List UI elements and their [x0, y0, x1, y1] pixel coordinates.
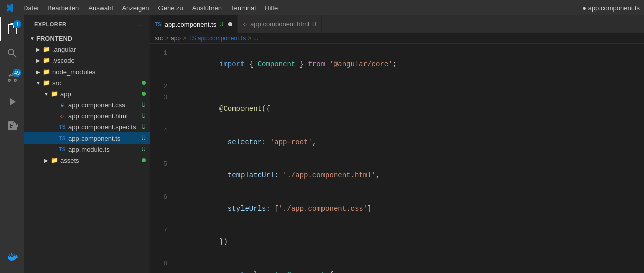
code-line-7: 7 }) [150, 225, 644, 258]
token-export: export [219, 271, 245, 273]
token-app-root: 'app-root' [270, 138, 312, 146]
token-colon4: : [262, 138, 270, 146]
token-space3 [325, 60, 329, 69]
tab-badge-ts-u: U [219, 21, 223, 27]
tree-label-node-modules: node_modules [52, 68, 146, 76]
activity-search[interactable] [0, 41, 24, 65]
menu-ausfuehren[interactable]: Ausführen [188, 3, 226, 13]
line-number-4: 4 [150, 125, 175, 136]
tree-label-app-css: app.component.css [68, 101, 139, 109]
sidebar-more-actions[interactable]: ... [138, 20, 144, 28]
tree-item-app-ts[interactable]: ▶ TS app.component.ts U [24, 132, 150, 144]
file-icon-css: # [58, 101, 66, 109]
folder-icon-src: 📁 [42, 79, 50, 87]
tree-arrow-node-modules: ▶ [34, 67, 42, 76]
token-import: import [219, 60, 245, 69]
token-class: class [249, 271, 270, 273]
tree-dot-app [142, 92, 146, 96]
breadcrumb: src > app > TS app.component.ts > ... [150, 33, 644, 44]
tree-arrow-angular: ▶ [34, 45, 42, 53]
tree-label-frontend: FRONTEND [36, 35, 146, 42]
activity-run-debug[interactable] [0, 90, 24, 114]
folder-icon-angular: 📁 [42, 45, 50, 53]
menu-datei[interactable]: Datei [19, 3, 42, 13]
line-number-2: 2 [150, 81, 175, 92]
tab-label-html: app.component.html [250, 20, 309, 28]
code-line-8: 8 export class AppComponent { [150, 258, 644, 273]
sidebar: EXPLORER ... ▼ FRONTEND ▶ 📁 .angular ▶ 📁… [24, 15, 150, 273]
token-appcomponent: AppComponent [274, 271, 325, 273]
tree-arrow-app: ▼ [42, 90, 50, 98]
tree-item-app-html[interactable]: ▶ ◇ app.component.html U [24, 110, 150, 121]
tab-badge-html-u: U [312, 21, 316, 27]
breadcrumb-file[interactable]: TS app.component.ts [188, 35, 246, 42]
token-open-paren: ({ [262, 105, 270, 113]
tree-item-app-spec[interactable]: ▶ TS app.component.spec.ts U [24, 121, 150, 132]
tree-badge-app-css: U [141, 101, 146, 108]
menu-hilfe[interactable]: Hilfe [261, 3, 282, 13]
tab-app-component-ts[interactable]: TS app.component.ts U [150, 15, 238, 33]
token-styleurls: styleUrls [228, 204, 266, 213]
token-close7: }) [219, 238, 228, 246]
breadcrumb-sep2: > [183, 35, 186, 42]
tree-item-src[interactable]: ▼ 📁 src [24, 77, 150, 88]
breadcrumb-sep3: > [248, 35, 251, 42]
token-component: Component [258, 60, 296, 69]
run-debug-icon [6, 96, 18, 108]
tree-label-app-ts: app.component.ts [68, 134, 139, 142]
token-colon6a: : [ [266, 204, 278, 213]
file-icon-spec-ts: TS [58, 123, 66, 131]
folder-icon-app: 📁 [50, 90, 58, 98]
tree-item-node-modules[interactable]: ▶ 📁 node_modules [24, 66, 150, 77]
sidebar-content: ▼ FRONTEND ▶ 📁 .angular ▶ 📁 .vscode ▶ 📁 … [24, 33, 150, 273]
tree-item-app-module[interactable]: ▶ TS app.module.ts U [24, 144, 150, 155]
breadcrumb-src[interactable]: src [155, 35, 163, 42]
docker-icon [6, 251, 18, 263]
tree-badge-app-spec: U [141, 123, 146, 130]
tree-item-app[interactable]: ▼ 📁 app [24, 88, 150, 99]
token-templateurl: templateUrl [228, 171, 274, 179]
tree-item-app-css[interactable]: ▶ # app.component.css U [24, 99, 150, 110]
tree-item-vscode[interactable]: ▶ 📁 .vscode [24, 55, 150, 66]
token-selector: selector [228, 138, 262, 146]
code-editor[interactable]: 1 import { Component } from '@angular/co… [150, 44, 644, 273]
token-indent5 [219, 171, 228, 179]
activity-explorer[interactable]: 1 [0, 17, 24, 41]
tree-dot-src [142, 81, 146, 85]
menu-anzeigen[interactable]: Anzeigen [118, 3, 153, 13]
tab-unsaved-dot [228, 22, 232, 26]
tab-app-component-html[interactable]: ◇ app.component.html U [238, 15, 322, 33]
breadcrumb-sep1: > [165, 35, 169, 42]
line-content-2 [175, 81, 644, 92]
menu-auswahl[interactable]: Auswahl [84, 3, 117, 13]
tree-label-app-module: app.module.ts [68, 146, 139, 153]
tree-item-assets[interactable]: ▶ 📁 assets [24, 155, 150, 166]
file-icon-app-module: TS [58, 145, 66, 153]
line-number-7: 7 [150, 225, 175, 236]
line-content-6: styleUrls: ['./app.component.css'] [175, 192, 644, 225]
tree-item-frontend[interactable]: ▼ FRONTEND [24, 33, 150, 44]
tree-item-angular[interactable]: ▶ 📁 .angular [24, 44, 150, 55]
token-bracket6: ] [367, 204, 371, 213]
line-content-3: @Component({ [175, 92, 644, 125]
code-line-1: 1 import { Component } from '@angular/co… [150, 48, 644, 81]
token-colon5: : [274, 171, 283, 179]
sidebar-title: EXPLORER [34, 21, 67, 27]
menu-terminal[interactable]: Terminal [227, 3, 260, 13]
token-space8a [245, 271, 249, 273]
token-html-path: './app.component.html' [283, 171, 376, 179]
folder-icon-vscode: 📁 [42, 56, 50, 64]
activity-extensions[interactable] [0, 114, 24, 138]
extensions-icon [6, 120, 18, 132]
line-number-8: 8 [150, 258, 175, 269]
menu-gehe-zu[interactable]: Gehe zu [154, 3, 187, 13]
menu-bearbeiten[interactable]: Bearbeiten [43, 3, 83, 13]
activity-source-control[interactable]: 49 [0, 65, 24, 90]
line-number-6: 6 [150, 192, 175, 203]
token-indent4 [219, 138, 228, 146]
line-number-1: 1 [150, 48, 175, 59]
activity-docker[interactable] [0, 245, 24, 269]
breadcrumb-app[interactable]: app [171, 35, 181, 42]
token-comma4: , [312, 138, 316, 146]
tree-label-app-spec: app.component.spec.ts [68, 123, 139, 131]
